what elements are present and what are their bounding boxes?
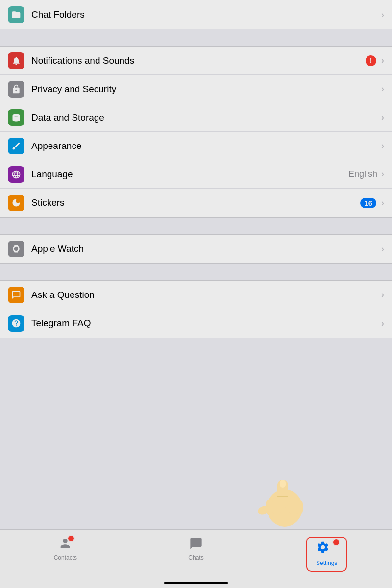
language-value: English (348, 169, 377, 179)
svg-rect-8 (266, 499, 274, 515)
apple-watch-item[interactable]: Apple Watch › (0, 235, 392, 263)
svg-rect-4 (270, 502, 300, 516)
svg-point-3 (18, 294, 19, 294)
svg-point-12 (257, 504, 270, 515)
notifications-badge: ! (366, 55, 376, 66)
chat-folders-icon (8, 6, 24, 23)
ask-question-icon (8, 287, 24, 303)
svg-point-5 (267, 490, 302, 527)
svg-rect-13 (280, 480, 286, 488)
ask-question-item[interactable]: Ask a Question › (0, 281, 392, 309)
tab-bar: Contacts Chats Settings (0, 529, 392, 588)
stickers-label: Stickers (31, 197, 360, 208)
contacts-tab-badge (67, 535, 75, 542)
hand-pointer-cursor (255, 473, 314, 532)
stickers-item[interactable]: Stickers 16 › (0, 189, 392, 217)
notifications-item[interactable]: Notifications and Sounds ! › (0, 47, 392, 75)
privacy-label: Privacy and Security (31, 84, 380, 95)
chevron-icon: › (381, 141, 384, 151)
chat-folders-label: Chat Folders (31, 9, 380, 20)
chevron-icon: › (381, 84, 384, 94)
settings-tab-badge (332, 539, 340, 546)
svg-rect-10 (289, 497, 298, 515)
settings-tab-label: Settings (316, 560, 337, 566)
apple-watch-label: Apple Watch (31, 244, 380, 254)
telegram-faq-label: Telegram FAQ (31, 318, 380, 329)
apple-watch-icon (8, 241, 24, 257)
settings-gear-icon (316, 540, 330, 554)
chats-tab-label: Chats (188, 554, 203, 561)
svg-rect-11 (296, 500, 303, 514)
settings-tab-icon-wrap (316, 540, 337, 556)
stickers-badge: 16 (360, 198, 376, 208)
chat-folders-item[interactable]: Chat Folders › (0, 0, 392, 29)
chevron-icon: › (381, 169, 384, 179)
svg-rect-9 (272, 497, 281, 515)
tab-chats[interactable]: Chats (131, 535, 262, 561)
chats-tab-icon-wrap (189, 537, 203, 552)
appearance-label: Appearance (31, 141, 380, 151)
contacts-tab-icon-wrap (58, 537, 72, 552)
language-label: Language (31, 169, 348, 180)
settings-tab-highlight: Settings (306, 537, 347, 572)
chevron-icon: › (381, 198, 384, 208)
svg-point-1 (16, 294, 17, 294)
contacts-tab-label: Contacts (54, 554, 77, 561)
telegram-faq-item[interactable]: Telegram FAQ › (0, 309, 392, 338)
chevron-icon: › (381, 244, 384, 254)
language-icon (8, 166, 24, 183)
privacy-icon (8, 81, 24, 98)
chevron-icon: › (381, 10, 384, 20)
home-indicator (164, 582, 228, 584)
tab-settings[interactable]: Settings (261, 535, 392, 572)
svg-point-0 (13, 114, 20, 116)
appearance-icon (8, 138, 24, 154)
data-icon (8, 109, 24, 126)
ask-question-label: Ask a Question (31, 290, 380, 300)
stickers-icon (8, 195, 24, 211)
data-item[interactable]: Data and Storage › (0, 103, 392, 132)
notifications-label: Notifications and Sounds (31, 55, 366, 66)
chevron-icon: › (381, 55, 384, 66)
data-label: Data and Storage (31, 112, 380, 123)
privacy-item[interactable]: Privacy and Security › (0, 75, 392, 103)
appearance-item[interactable]: Appearance › (0, 132, 392, 160)
notifications-icon (8, 52, 24, 69)
chats-icon (189, 537, 203, 550)
chevron-icon: › (381, 290, 384, 300)
svg-rect-6 (277, 480, 288, 508)
svg-point-2 (14, 294, 15, 294)
chevron-icon: › (381, 318, 384, 329)
language-item[interactable]: Language English › (0, 160, 392, 189)
chevron-icon: › (381, 112, 384, 122)
telegram-faq-icon (8, 315, 24, 332)
tab-contacts[interactable]: Contacts (0, 535, 131, 561)
